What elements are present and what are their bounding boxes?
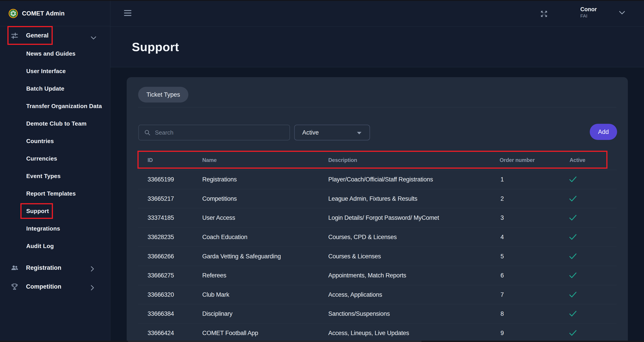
cell-id: 33666424: [148, 330, 174, 336]
sidebar-subitem[interactable]: Integrations: [0, 220, 110, 237]
scrollbar-thumb[interactable]: [128, 341, 422, 342]
check-icon: [569, 176, 577, 183]
check-icon: [569, 291, 577, 298]
brand-title: COMET Admin: [22, 10, 64, 17]
sidebar-subitem[interactable]: Support: [0, 202, 110, 220]
topbar: Conor FAI: [110, 1, 644, 26]
sidebar-general-submenu: News and Guides User Interface Batch Upd…: [0, 45, 110, 255]
page-header: Support: [110, 26, 644, 67]
sidebar-subitem[interactable]: User Interface: [0, 62, 110, 80]
fullscreen-icon[interactable]: [540, 10, 548, 18]
sidebar-subitem[interactable]: News and Guides: [0, 45, 110, 62]
people-icon: [11, 264, 18, 272]
column-header-name: Name: [202, 157, 216, 163]
sidebar-item-general[interactable]: General: [0, 26, 110, 45]
chevron-right-icon: [91, 266, 96, 269]
cell-id: 33628235: [148, 234, 174, 241]
sidebar-subitem-label: Event Types: [26, 173, 60, 180]
trophy-icon: [11, 283, 18, 290]
check-icon: [569, 272, 577, 279]
cell-description: Sanctions/Suspensions: [328, 310, 390, 317]
search-box: [138, 125, 290, 140]
cell-order-number: 2: [500, 195, 504, 202]
sidebar-subitem[interactable]: Demote Club to Team: [0, 115, 110, 132]
cell-order-number: 3: [500, 214, 504, 221]
active-filter-select[interactable]: Active: [294, 125, 370, 140]
table-row[interactable]: 33628235 Coach Education Courses, CPD & …: [138, 228, 617, 247]
chevron-right-icon: [91, 285, 96, 288]
cell-name: Referees: [202, 272, 226, 279]
sidebar-subitem[interactable]: Countries: [0, 132, 110, 150]
sidebar-nav: General News and Guides User Interface: [0, 26, 110, 296]
search-input[interactable]: [155, 129, 276, 136]
page-title: Support: [132, 40, 179, 54]
cell-description: Access, Lineups, Live Updates: [328, 330, 409, 336]
active-filter-value: Active: [302, 129, 319, 136]
check-icon: [569, 195, 577, 202]
tab-ticket-types[interactable]: Ticket Types: [138, 87, 188, 102]
table-body: 33665199 Registrations Player/Coach/Offi…: [138, 170, 617, 342]
check-icon: [569, 214, 577, 221]
cell-order-number: 8: [500, 310, 504, 317]
sidebar-subitem[interactable]: Report Templates: [0, 185, 110, 202]
tab-label: Ticket Types: [146, 91, 180, 98]
comet-logo-icon: [8, 9, 18, 18]
sidebar-item-label: Competition: [26, 283, 61, 290]
sidebar-subitem[interactable]: Event Types: [0, 167, 110, 185]
add-button[interactable]: Add: [590, 124, 617, 140]
sidebar-subitem-label: Batch Update: [26, 85, 64, 92]
sidebar-subitem[interactable]: Transfer Organization Data: [0, 97, 110, 115]
sidebar-subitem-label: User Interface: [26, 68, 66, 75]
chevron-down-icon[interactable]: [619, 11, 625, 15]
cell-description: Access, Applications: [328, 291, 382, 298]
cell-name: Registrations: [202, 176, 237, 183]
cell-description: Appointments, Match Reports: [328, 272, 406, 279]
cell-order-number: 7: [500, 291, 504, 298]
cell-order-number: 6: [500, 272, 504, 279]
sidebar-subitem-label: Integrations: [26, 225, 60, 232]
sidebar-subitem[interactable]: Audit Log: [0, 237, 110, 255]
table-row[interactable]: 33666384 Disciplinary Sanctions/Suspensi…: [138, 304, 617, 324]
cell-name: User Access: [202, 214, 235, 221]
column-header-order-number: Order number: [500, 157, 534, 163]
table-row[interactable]: 33665199 Registrations Player/Coach/Offi…: [138, 170, 617, 189]
menu-toggle-icon[interactable]: [124, 10, 132, 17]
cell-id: 33374185: [148, 214, 174, 221]
sidebar-subitem-label: Audit Log: [26, 243, 54, 250]
cell-name: Disciplinary: [202, 310, 232, 317]
sidebar-subitem-label: Currencies: [26, 155, 57, 162]
sidebar-subitem-label: Demote Club to Team: [26, 120, 86, 127]
table-row[interactable]: 33374185 User Access Login Details/ Forg…: [138, 208, 617, 228]
user-menu[interactable]: Conor FAI: [580, 6, 597, 22]
cell-description: League Admin, Fixtures & Results: [328, 195, 417, 202]
brand-row: COMET Admin: [0, 1, 110, 26]
check-icon: [569, 253, 577, 260]
cell-description: Courses, CPD & Licenses: [328, 234, 397, 241]
cell-description: Player/Coach/Official/Staff Registration…: [328, 176, 433, 183]
table-row[interactable]: 33666275 Referees Appointments, Match Re…: [138, 266, 617, 285]
cell-id: 33666266: [148, 253, 174, 260]
sidebar: COMET Admin General: [0, 1, 110, 341]
table-row[interactable]: 33666266 Garda Vetting & Safeguarding Co…: [138, 246, 617, 266]
sidebar-subitem-label: News and Guides: [26, 50, 76, 57]
sidebar-item-competition[interactable]: Competition: [0, 278, 110, 296]
sidebar-item-registration[interactable]: Registration: [0, 259, 110, 277]
cell-name: COMET Football App: [202, 330, 258, 336]
sidebar-subitem-label: Transfer Organization Data: [26, 103, 102, 110]
card-divider: [138, 107, 616, 108]
table-row[interactable]: 33666424 COMET Football App Access, Line…: [138, 324, 617, 342]
table-row[interactable]: 33665217 Competitions League Admin, Fixt…: [138, 189, 617, 208]
user-name: Conor: [580, 6, 597, 13]
dropdown-caret-icon: [357, 132, 362, 134]
ticket-types-table: ID Name Description Order number Active …: [138, 150, 617, 342]
table-row[interactable]: 33666320 Club Mark Access, Applications …: [138, 285, 617, 304]
cell-name: Competitions: [202, 195, 237, 202]
window-top-edge: [0, 0, 644, 1]
sidebar-subitem[interactable]: Batch Update: [0, 80, 110, 97]
table-header-row: ID Name Description Order number Active: [138, 150, 617, 170]
user-organization: FAI: [580, 13, 597, 19]
horizontal-scrollbar[interactable]: [0, 341, 644, 342]
sidebar-subitem[interactable]: Currencies: [0, 150, 110, 167]
ticket-types-card: Ticket Types Active Add ID Name Descript…: [127, 77, 628, 342]
cell-name: Club Mark: [202, 291, 229, 298]
